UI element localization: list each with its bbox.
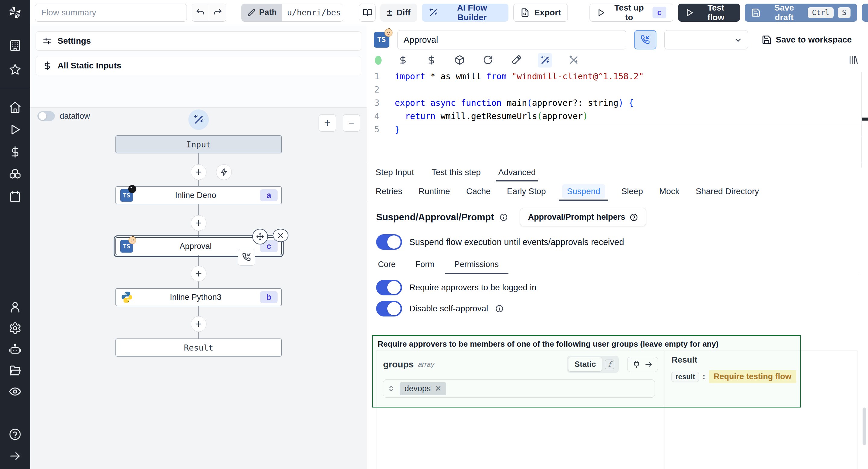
test-up-to-button[interactable]: Test up to c <box>590 4 673 22</box>
runs-play-icon[interactable] <box>8 123 22 136</box>
play-icon <box>596 8 606 18</box>
static-mode-button[interactable]: Static <box>568 357 602 371</box>
info-icon <box>499 213 508 222</box>
package-reload-icon[interactable] <box>453 55 467 66</box>
input-mode-switch: Static f <box>567 356 619 373</box>
result-node[interactable]: Result <box>116 339 282 356</box>
tab-runtime[interactable]: Runtime <box>418 182 450 201</box>
history-group <box>192 4 226 22</box>
variables-dollar-icon[interactable] <box>8 145 22 159</box>
save-to-workspace-button[interactable]: Save to workspace <box>760 35 854 45</box>
add-step-button[interactable] <box>191 215 207 231</box>
flow-graph: dataflow + − Input TS Inline Deno a TS <box>30 107 367 469</box>
suspend-section: Suspend/Approval/Prompt Approval/Prompt … <box>367 201 868 323</box>
plug-icon <box>632 360 641 369</box>
connect-input-button[interactable] <box>627 357 658 372</box>
deploy-button-partial[interactable] <box>862 4 868 22</box>
require-login-label: Require approvers to be logged in <box>409 283 536 292</box>
tab-core[interactable]: Core <box>376 259 398 274</box>
folders-icon[interactable] <box>8 364 22 377</box>
flow-settings-card[interactable]: Settings <box>36 31 361 51</box>
step-node-c-approval[interactable]: TS Approval c <box>116 237 282 255</box>
require-login-toggle[interactable] <box>376 280 402 295</box>
favorites-star-icon[interactable] <box>8 63 22 76</box>
resources-boxes-icon[interactable] <box>8 167 22 181</box>
suspend-phone-button[interactable] <box>634 30 656 50</box>
editor-scrollbar[interactable] <box>861 72 862 167</box>
workspace-building-icon[interactable] <box>8 39 22 53</box>
windmill-logo-icon <box>0 0 30 25</box>
tab-cache[interactable]: Cache <box>466 182 491 201</box>
code-editor[interactable]: 12345 import * as wmill from "windmill-c… <box>367 69 868 163</box>
path-label: Path <box>259 8 277 17</box>
ai-wand-active-icon[interactable] <box>538 53 552 67</box>
users-icon[interactable] <box>8 300 22 314</box>
tab-mock[interactable]: Mock <box>659 182 679 201</box>
group-tag-label: devops <box>404 384 431 393</box>
graph-ai-wand-button[interactable] <box>188 110 209 130</box>
undo-button[interactable] <box>192 4 209 22</box>
step-node-b[interactable]: Inline Python3 b <box>116 288 282 306</box>
input-node[interactable]: Input <box>116 135 282 153</box>
delete-step-button[interactable] <box>273 229 288 242</box>
workers-bot-icon[interactable] <box>8 342 22 356</box>
groups-field-column: groups array Static f devops ✕ <box>376 351 664 469</box>
all-static-inputs-card[interactable]: All Static Inputs <box>36 56 361 75</box>
javascript-mode-button[interactable]: f <box>605 359 614 369</box>
ai-wand-off-icon[interactable] <box>567 55 581 66</box>
resources-dollar-icon[interactable] <box>424 55 438 66</box>
export-button[interactable]: Export <box>513 4 568 22</box>
suspend-flow-toggle[interactable] <box>376 234 402 250</box>
tab-advanced[interactable]: Advanced <box>498 163 536 182</box>
zoom-in-button[interactable]: + <box>318 114 336 132</box>
suspend-phone-indicator-icon <box>238 249 255 265</box>
step-name-input[interactable] <box>397 30 626 50</box>
tag-select[interactable] <box>664 30 748 50</box>
tab-retries[interactable]: Retries <box>375 182 402 201</box>
dataflow-label: dataflow <box>60 112 90 121</box>
tab-form[interactable]: Form <box>414 259 436 274</box>
add-step-button[interactable] <box>191 266 207 282</box>
path-chip[interactable]: Path u/henri/bes <box>241 4 343 22</box>
add-step-button[interactable] <box>191 316 207 332</box>
format-brush-icon[interactable] <box>509 55 523 66</box>
groups-array-input[interactable]: devops ✕ <box>383 379 655 398</box>
step-node-a[interactable]: TS Inline Deno a <box>116 186 282 205</box>
add-trigger-zap-button[interactable] <box>216 164 232 180</box>
save-draft-button[interactable]: Save draft Ctrl S <box>745 4 857 22</box>
test-flow-button[interactable]: Test flow <box>678 4 740 22</box>
audit-eye-icon[interactable] <box>8 385 22 399</box>
approval-prompt-helpers-button[interactable]: Approval/Prompt helpers <box>520 208 646 226</box>
zoom-out-button[interactable]: − <box>343 114 360 132</box>
remove-tag-icon[interactable]: ✕ <box>435 384 441 393</box>
disable-self-approval-toggle[interactable] <box>376 301 402 316</box>
flow-summary-input[interactable] <box>35 4 187 22</box>
step-id-badge: a <box>260 189 278 201</box>
help-icon[interactable] <box>8 428 22 441</box>
disable-self-approval-label: Disable self-approval <box>409 304 488 313</box>
tab-shared-directory[interactable]: Shared Directory <box>695 182 759 201</box>
diff-button[interactable]: ± Diff <box>380 4 417 22</box>
suspend-title: Suspend/Approval/Prompt <box>376 212 494 223</box>
schedules-calendar-icon[interactable] <box>8 190 22 204</box>
tab-permissions[interactable]: Permissions <box>453 259 501 274</box>
redo-button[interactable] <box>209 4 226 22</box>
save-draft-label: Save draft <box>765 3 804 22</box>
collapse-arrow-icon[interactable] <box>8 449 22 463</box>
panel-scrollbar-thumb[interactable] <box>863 408 866 445</box>
tab-step-input[interactable]: Step Input <box>375 163 414 182</box>
library-panel-icon[interactable] <box>846 55 860 66</box>
tab-sleep[interactable]: Sleep <box>621 182 643 201</box>
variables-dollar-icon[interactable] <box>396 55 410 66</box>
tab-early-stop[interactable]: Early Stop <box>507 182 546 201</box>
dataflow-toggle[interactable] <box>37 111 55 121</box>
docs-book-button[interactable] <box>359 4 375 22</box>
home-icon[interactable] <box>8 100 22 114</box>
settings-gear-icon[interactable] <box>8 321 22 335</box>
tab-suspend[interactable]: Suspend <box>562 182 605 201</box>
ai-flow-builder-button[interactable]: AI Flow Builder <box>422 4 508 22</box>
refresh-assistant-icon[interactable] <box>481 55 495 66</box>
add-step-button[interactable] <box>191 164 207 180</box>
move-step-button[interactable] <box>252 229 268 245</box>
tab-test-this-step[interactable]: Test this step <box>432 163 481 182</box>
